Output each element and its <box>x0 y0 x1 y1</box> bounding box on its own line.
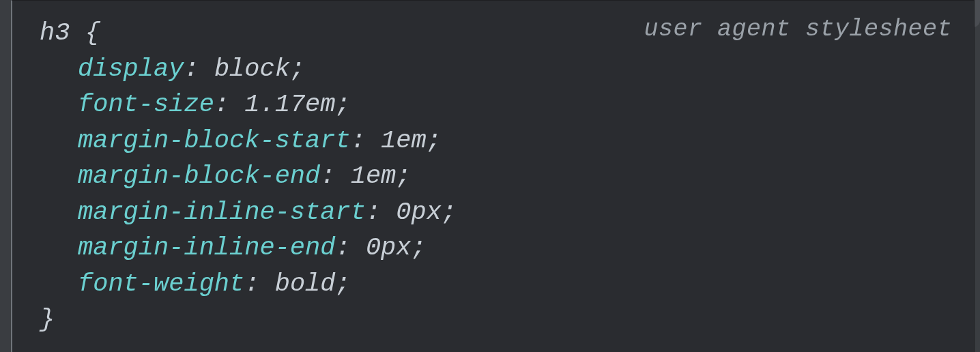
colon: : <box>320 162 335 190</box>
space <box>199 55 214 83</box>
css-declaration[interactable]: font-size: 1.17em; <box>78 87 952 123</box>
css-value[interactable]: 1em <box>351 162 397 190</box>
colon: : <box>351 126 366 155</box>
semicolon: ; <box>412 233 427 262</box>
css-value[interactable]: bold <box>275 269 336 298</box>
open-brace: { <box>85 18 100 47</box>
colon: : <box>214 90 229 119</box>
colon: : <box>244 269 259 298</box>
semicolon: ; <box>427 126 442 155</box>
semicolon: ; <box>442 198 457 226</box>
css-value[interactable]: block <box>214 55 290 83</box>
space <box>351 233 366 262</box>
space <box>259 269 274 298</box>
semicolon: ; <box>396 162 411 190</box>
css-value[interactable]: 0px <box>366 233 412 262</box>
css-property[interactable]: display <box>78 55 184 83</box>
space <box>381 198 396 226</box>
semicolon: ; <box>336 269 351 298</box>
css-property[interactable]: font-weight <box>78 269 244 298</box>
space <box>229 90 244 119</box>
stylesheet-source-label: user agent stylesheet <box>644 16 952 43</box>
css-declaration[interactable]: margin-block-end: 1em; <box>78 158 952 194</box>
css-property[interactable]: margin-block-end <box>78 162 320 190</box>
colon: : <box>366 198 381 226</box>
space <box>70 18 85 47</box>
space <box>335 162 350 190</box>
semicolon: ; <box>290 55 305 83</box>
css-value[interactable]: 1.17em <box>244 90 335 119</box>
css-property[interactable]: margin-inline-end <box>78 233 335 262</box>
css-value[interactable]: 1em <box>381 126 427 155</box>
css-declaration[interactable]: font-weight: bold; <box>78 266 952 302</box>
css-declaration[interactable]: display: block; <box>78 51 952 87</box>
colon: : <box>184 55 199 83</box>
css-property[interactable]: font-size <box>78 90 214 119</box>
css-property[interactable]: margin-block-start <box>78 126 351 155</box>
css-property[interactable]: margin-inline-start <box>78 198 366 226</box>
css-declaration[interactable]: margin-inline-end: 0px; <box>78 230 952 266</box>
colon: : <box>335 233 350 262</box>
css-rule-panel[interactable]: user agent stylesheet h3 { display: bloc… <box>11 0 975 352</box>
css-declaration[interactable]: margin-inline-start: 0px; <box>78 194 952 231</box>
css-selector[interactable]: h3 <box>40 18 70 47</box>
semicolon: ; <box>336 90 351 119</box>
space <box>366 126 381 155</box>
css-declaration[interactable]: margin-block-start: 1em; <box>78 123 952 159</box>
css-value[interactable]: 0px <box>396 198 442 226</box>
close-brace: } <box>40 302 952 338</box>
css-declarations: display: block; font-size: 1.17em; margi… <box>40 51 952 302</box>
